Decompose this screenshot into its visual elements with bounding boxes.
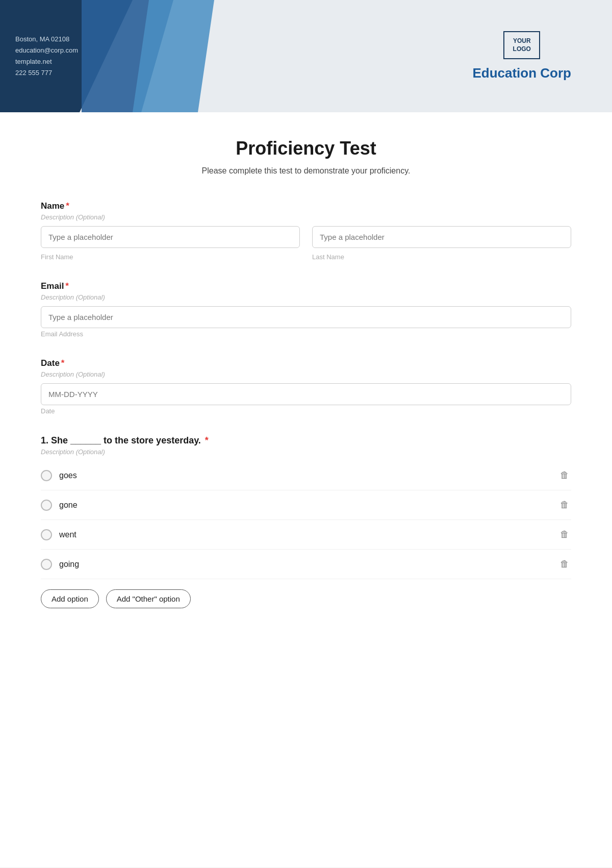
radio-circle-4[interactable] [41,559,52,570]
option-3: went 🗑 [41,520,571,550]
question-description: Description (Optional) [41,448,571,456]
delete-option-3-icon[interactable]: 🗑 [558,527,571,542]
date-sublabel: Date [41,407,571,415]
date-label: Date* [41,358,571,368]
option-1-label: goes [59,471,77,480]
form-subtitle: Please complete this test to demonstrate… [41,166,571,176]
form-title: Proficiency Test [41,138,571,159]
main-content: Proficiency Test Please complete this te… [0,112,612,867]
option-1: goes 🗑 [41,461,571,490]
date-input[interactable] [41,383,571,405]
first-name-sublabel: First Name [41,253,300,261]
name-description: Description (Optional) [41,213,571,221]
required-indicator: * [61,358,65,368]
radio-circle-2[interactable] [41,500,52,511]
contact-info: Boston, MA 02108 education@corp.com temp… [15,34,78,79]
name-label: Name* [41,201,571,211]
contact-address: Boston, MA 02108 [15,34,78,45]
contact-phone: 222 555 777 [15,67,78,79]
option-4-label: going [59,560,79,569]
option-2-label: gone [59,501,78,510]
option-2: gone 🗑 [41,490,571,520]
question-text: 1. She ______ to the store yesterday. * [41,435,571,446]
radio-circle-3[interactable] [41,529,52,540]
field-email: Email* Description (Optional) Email Addr… [41,281,571,338]
name-sublabels: First Name Last Name [41,251,571,261]
field-name: Name* Description (Optional) First Name … [41,201,571,261]
required-indicator: * [65,281,69,291]
date-description: Description (Optional) [41,370,571,378]
contact-website: template.net [15,56,78,67]
email-input[interactable] [41,306,571,328]
logo-box: YOUR LOGO [503,31,540,59]
header-branding: YOUR LOGO Education Corp [472,31,571,81]
option-4: going 🗑 [41,550,571,579]
delete-option-4-icon[interactable]: 🗑 [558,557,571,572]
add-other-option-button[interactable]: Add "Other" option [106,589,191,608]
delete-option-2-icon[interactable]: 🗑 [558,498,571,512]
last-name-input[interactable] [312,226,571,248]
name-inputs [41,226,571,248]
first-name-input[interactable] [41,226,300,248]
email-sublabel: Email Address [41,330,571,338]
add-option-button[interactable]: Add option [41,589,99,608]
add-options-row: Add option Add "Other" option [41,589,571,608]
email-label: Email* [41,281,571,291]
company-name: Education Corp [472,65,571,81]
required-indicator: * [66,201,69,211]
field-date: Date* Description (Optional) Date [41,358,571,415]
option-3-label: went [59,530,76,539]
required-indicator: * [205,435,209,445]
question-1: 1. She ______ to the store yesterday. * … [41,435,571,608]
header-graphic: Boston, MA 02108 education@corp.com temp… [0,0,214,112]
radio-circle-1[interactable] [41,470,52,481]
page-header: Boston, MA 02108 education@corp.com temp… [0,0,612,112]
contact-email: education@corp.com [15,45,78,56]
email-description: Description (Optional) [41,293,571,301]
delete-option-1-icon[interactable]: 🗑 [558,468,571,483]
last-name-sublabel: Last Name [312,253,571,261]
